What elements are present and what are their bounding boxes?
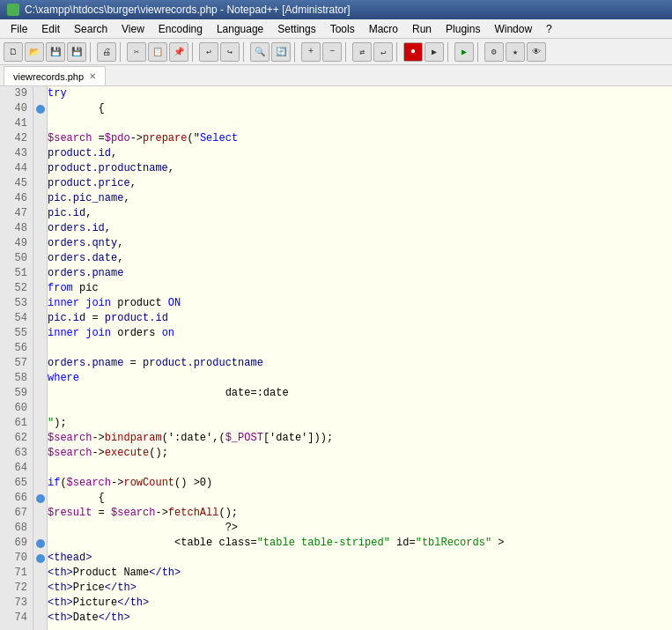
code-line-53: inner join product ON <box>48 296 672 311</box>
tab-bar: viewrecords.php ✕ <box>0 65 672 86</box>
find-button[interactable]: 🔍 <box>250 42 270 62</box>
menu-item-window[interactable]: Window <box>487 21 539 37</box>
menu-item-settings[interactable]: Settings <box>270 21 322 37</box>
print-button[interactable]: 🖨 <box>97 42 116 62</box>
code-line-63: $search->execute(); <box>48 446 672 461</box>
line-number-42: 42 <box>0 131 33 146</box>
menu-item-language[interactable]: Language <box>210 21 270 37</box>
code-line-74: <th>Date</th> <box>48 611 672 626</box>
new-button[interactable]: 🗋 <box>4 42 23 62</box>
gutter-62 <box>33 431 47 446</box>
menu-item-?[interactable]: ? <box>539 21 559 37</box>
menu-item-file[interactable]: File <box>4 21 34 37</box>
code-line-42: $search =$pdo->prepare("Select <box>48 131 672 146</box>
tab-close-button[interactable]: ✕ <box>89 71 96 81</box>
gutter-49 <box>33 236 47 251</box>
menu-item-macro[interactable]: Macro <box>362 21 405 37</box>
gutter-47 <box>33 206 47 221</box>
line-number-47: 47 <box>0 206 33 221</box>
gutter-61 <box>33 416 47 431</box>
line-number-39: 39 <box>0 86 33 101</box>
wrap-button[interactable]: ↵ <box>373 42 393 62</box>
line-number-67: 67 <box>0 506 33 521</box>
bookmark-icon <box>36 105 45 114</box>
code-line-39: try <box>48 86 672 101</box>
window-title: C:\xampp\htdocs\burger\viewrecords.php -… <box>25 4 351 16</box>
gutter-40 <box>33 101 47 116</box>
save-all-button[interactable]: 💾 <box>67 42 86 62</box>
code-line-48: orders.id, <box>48 221 672 236</box>
line-number-58: 58 <box>0 371 33 386</box>
macro-play-button[interactable]: ▶ <box>425 42 444 62</box>
gutter-46 <box>33 191 47 206</box>
code-line-45: product.price, <box>48 176 672 191</box>
gutter <box>33 86 48 630</box>
gutter-57 <box>33 356 47 371</box>
line-number-49: 49 <box>0 236 33 251</box>
bookmark-icon <box>36 539 45 548</box>
run-button[interactable]: ▶ <box>454 42 474 62</box>
line-number-61: 61 <box>0 416 33 431</box>
line-number-57: 57 <box>0 356 33 371</box>
line-number-65: 65 <box>0 476 33 491</box>
extra3-button[interactable]: 👁 <box>527 42 546 62</box>
code-line-59: date=:date <box>48 386 672 401</box>
open-button[interactable]: 📂 <box>25 42 44 62</box>
menu-item-run[interactable]: Run <box>405 21 439 37</box>
line-number-52: 52 <box>0 281 33 296</box>
gutter-43 <box>33 146 47 161</box>
redo-button[interactable]: ↪ <box>220 42 240 62</box>
macro-record-button[interactable]: ● <box>403 42 423 62</box>
line-number-68: 68 <box>0 521 33 536</box>
sync-button[interactable]: ⇄ <box>352 42 372 62</box>
line-number-64: 64 <box>0 461 33 476</box>
sep8 <box>447 42 451 62</box>
line-numbers: 3940414243444546474849505152535455565758… <box>0 86 33 630</box>
undo-button[interactable]: ↩ <box>199 42 218 62</box>
replace-button[interactable]: 🔄 <box>271 42 291 62</box>
gutter-63 <box>33 446 47 461</box>
code-line-46: pic.pic_name, <box>48 191 672 206</box>
zoom-out-button[interactable]: − <box>322 42 342 62</box>
gutter-59 <box>33 386 47 401</box>
code-line-69: <table class="table table-striped" id="t… <box>48 536 672 551</box>
menu-item-encoding[interactable]: Encoding <box>151 21 210 37</box>
code-line-66: { <box>48 491 672 506</box>
code-editor[interactable]: 3940414243444546474849505152535455565758… <box>0 86 672 630</box>
menu-item-view[interactable]: View <box>114 21 151 37</box>
paste-button[interactable]: 📌 <box>169 42 188 62</box>
gutter-69 <box>33 536 47 551</box>
gutter-51 <box>33 266 47 281</box>
menu-item-search[interactable]: Search <box>67 21 114 37</box>
bookmark-icon <box>36 494 45 503</box>
extra2-button[interactable]: ★ <box>506 42 525 62</box>
title-bar: C:\xampp\htdocs\burger\viewrecords.php -… <box>0 0 672 19</box>
cut-button[interactable]: ✂ <box>127 42 146 62</box>
tab-viewrecords[interactable]: viewrecords.php ✕ <box>4 66 106 85</box>
code-line-50: orders.date, <box>48 251 672 266</box>
code-line-52: from pic <box>48 281 672 296</box>
code-content[interactable]: try { $search =$pdo->prepare("Select pro… <box>48 86 672 630</box>
menu-item-plugins[interactable]: Plugins <box>439 21 487 37</box>
code-line-43: product.id, <box>48 146 672 161</box>
zoom-in-button[interactable]: + <box>301 42 321 62</box>
line-number-73: 73 <box>0 596 33 611</box>
sep3 <box>192 42 196 62</box>
code-line-40: { <box>48 101 672 116</box>
line-number-55: 55 <box>0 326 33 341</box>
gutter-58 <box>33 371 47 386</box>
code-line-61: "); <box>48 416 672 431</box>
code-line-54: pic.id = product.id <box>48 311 672 326</box>
line-number-46: 46 <box>0 191 33 206</box>
gutter-53 <box>33 296 47 311</box>
copy-button[interactable]: 📋 <box>148 42 167 62</box>
toolbar: 🗋 📂 💾 💾 🖨 ✂ 📋 📌 ↩ ↪ 🔍 🔄 + − ⇄ ↵ ● ▶ ▶ ⚙ … <box>0 39 672 65</box>
line-number-56: 56 <box>0 341 33 356</box>
menu-item-edit[interactable]: Edit <box>34 21 67 37</box>
line-number-69: 69 <box>0 536 33 551</box>
menu-item-tools[interactable]: Tools <box>323 21 362 37</box>
gutter-41 <box>33 116 47 131</box>
extra1-button[interactable]: ⚙ <box>484 42 504 62</box>
save-button[interactable]: 💾 <box>46 42 65 62</box>
code-line-51: orders.pname <box>48 266 672 281</box>
